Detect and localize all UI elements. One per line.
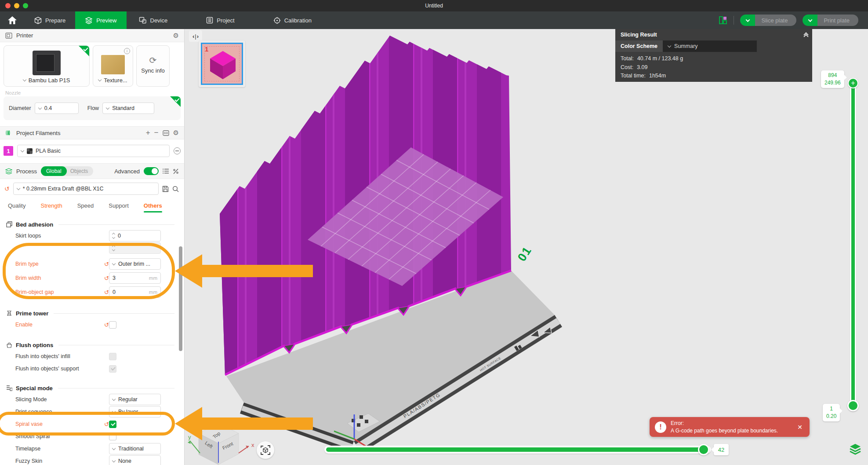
plate-arrangement-icon[interactable] — [719, 16, 727, 25]
filaments-section-title: Project Filaments — [16, 130, 60, 136]
advanced-toggle[interactable] — [144, 167, 159, 175]
move-slider-handle[interactable] — [698, 444, 709, 455]
fuzzy-skin-select[interactable]: None — [109, 455, 161, 465]
total-label: Total: — [621, 55, 634, 63]
flush-options-ic# icon — [6, 342, 12, 348]
color-scheme-select[interactable]: Summary — [663, 40, 757, 52]
nav-cube[interactable]: Top Left Front y x — [188, 423, 254, 465]
skirt-loops-label: Skirt loops — [15, 233, 102, 239]
process-preset-select[interactable]: * 0.28mm Extra Draft @BBL X1C — [13, 183, 159, 195]
fuzzy-skin-value: None — [118, 458, 157, 464]
plate-info-icon[interactable]: i — [124, 48, 130, 54]
error-close-icon[interactable]: ✕ — [795, 422, 804, 432]
main-navbar: Prepare Preview Device Project Calibrati… — [0, 11, 868, 29]
hidden-setting-input[interactable] — [109, 242, 161, 254]
process-scope-toggle[interactable]: Global Objects — [41, 166, 93, 176]
remove-filament-button[interactable]: − — [154, 128, 159, 137]
spiral-vase-reset-icon[interactable]: ↻ — [102, 421, 109, 428]
brim-width-unit: mm — [149, 275, 157, 281]
navbar-separator — [734, 16, 734, 25]
flush-infill-checkbox[interactable] — [109, 353, 116, 360]
nozzle-diameter-select[interactable]: 0.4 — [35, 103, 79, 114]
brim-type-select[interactable]: Outer brim ... — [109, 258, 161, 270]
skirt-loops-value: 0 — [118, 233, 157, 239]
filament-slot-badge: 1 — [4, 146, 13, 156]
plate-thumbnail[interactable]: 1 — [199, 40, 245, 87]
skirt-loops-input[interactable]: 0 — [109, 230, 161, 242]
plate-type-card[interactable]: i Texture... — [93, 45, 133, 87]
filament-settings-gear-icon[interactable]: ⚙ — [173, 129, 179, 137]
tab-preview[interactable]: Preview — [75, 11, 126, 29]
brim-width-input[interactable]: 3 mm — [109, 272, 161, 284]
smooth-spiral-checkbox[interactable] — [109, 433, 116, 440]
scrollbar-thumb[interactable] — [179, 246, 182, 351]
brim-object-gap-reset-icon[interactable]: ↻ — [102, 289, 109, 296]
scope-global[interactable]: Global — [41, 166, 67, 176]
setting-list-icon[interactable] — [163, 168, 169, 174]
process-section-header: Process Global Objects Advanced — [0, 163, 184, 179]
layer-slider-top-handle[interactable]: + — [848, 78, 858, 88]
home-button[interactable] — [0, 11, 25, 29]
cube-axis-y-arrow — [190, 441, 200, 453]
tab-project[interactable]: Project — [196, 11, 244, 29]
collapse-panel-icon[interactable] — [804, 33, 808, 37]
timelapse-label: Timelapse — [15, 446, 102, 452]
spinner-arrows-icon[interactable] — [113, 233, 115, 238]
brim-width-reset-icon[interactable]: ↻ — [102, 275, 109, 282]
fit-view-button[interactable] — [257, 441, 274, 459]
tab-prepare-label: Prepare — [45, 17, 65, 24]
slicing-mode-value: Regular — [118, 396, 157, 403]
preset-reset-icon[interactable]: ↻ — [4, 186, 10, 192]
print-sequence-value: By layer — [118, 409, 157, 415]
window-title: Untitled — [0, 3, 868, 9]
brim-object-gap-input[interactable]: 0 mm — [109, 286, 161, 298]
flow-label: Flow — [87, 105, 99, 111]
process-preset-name: * 0.28mm Extra Draft @BBL X1C — [23, 186, 104, 192]
flow-select[interactable]: Standard — [102, 103, 154, 114]
timelapse-select[interactable]: Traditional — [109, 443, 161, 454]
slicing-mode-select[interactable]: Regular — [109, 394, 161, 405]
print-sequence-select[interactable]: By layer — [109, 406, 161, 417]
layer-slider-bottom-handle[interactable] — [847, 400, 859, 411]
print-options-dropdown[interactable] — [803, 15, 817, 26]
3d-viewport[interactable]: PLA/ABS/PETG HOT SURFACE 01 — [185, 29, 868, 465]
bed-adhesion-title: Bed adhesion — [16, 221, 53, 228]
tab-quality[interactable]: Quality — [8, 200, 25, 212]
total-time-label: Total time: — [621, 72, 646, 81]
prime-tower-enable-reset-icon[interactable]: ↻ — [102, 322, 109, 328]
tab-support[interactable]: Support — [109, 200, 129, 212]
tab-prepare[interactable]: Prepare — [25, 11, 75, 29]
scope-objects[interactable]: Objects — [67, 168, 94, 174]
tab-others[interactable]: Others — [144, 200, 162, 212]
move-slider[interactable] — [324, 446, 711, 454]
save-preset-icon[interactable] — [162, 186, 169, 192]
printer-settings-gear-icon[interactable]: ⚙ — [173, 32, 179, 40]
tab-calibration[interactable]: Calibration — [264, 11, 321, 29]
filaments-section-header: Project Filaments + − ⚙ — [0, 126, 184, 139]
3d-scene[interactable]: PLA/ABS/PETG HOT SURFACE 01 — [185, 29, 868, 465]
search-preset-icon[interactable] — [172, 186, 179, 192]
layers-view-button[interactable] — [848, 442, 863, 457]
filament-select[interactable]: PLA Basic — [17, 145, 170, 157]
slice-plate-button[interactable]: Slice plate — [740, 15, 796, 26]
compare-presets-icon[interactable] — [173, 168, 179, 174]
prime-tower-enable-checkbox[interactable] — [109, 321, 116, 329]
print-plate-button[interactable]: Print plate — [803, 15, 858, 26]
tab-speed[interactable]: Speed — [77, 200, 94, 212]
printer-card[interactable]: Bambu Lab P1S — [4, 45, 90, 87]
tab-device[interactable]: Device — [129, 11, 178, 29]
filament-name: PLA Basic — [36, 148, 61, 154]
flush-support-checkbox[interactable] — [109, 365, 116, 373]
add-filament-button[interactable]: + — [146, 128, 150, 137]
brim-width-row: Brim width ↻ 3 mm — [6, 272, 174, 284]
ams-sync-icon[interactable] — [163, 130, 169, 136]
brim-type-reset-icon[interactable]: ↻ — [102, 261, 109, 267]
fit-view-icon — [261, 445, 270, 455]
delete-filament-icon[interactable] — [174, 147, 181, 154]
tab-strength[interactable]: Strength — [40, 200, 62, 212]
layer-slider[interactable] — [850, 80, 856, 411]
sync-info-button[interactable]: ⟳ Sync info — [136, 45, 170, 87]
spiral-vase-checkbox[interactable] — [109, 421, 116, 428]
slice-options-dropdown[interactable] — [740, 15, 755, 26]
settings-scrollbar[interactable] — [178, 241, 183, 465]
